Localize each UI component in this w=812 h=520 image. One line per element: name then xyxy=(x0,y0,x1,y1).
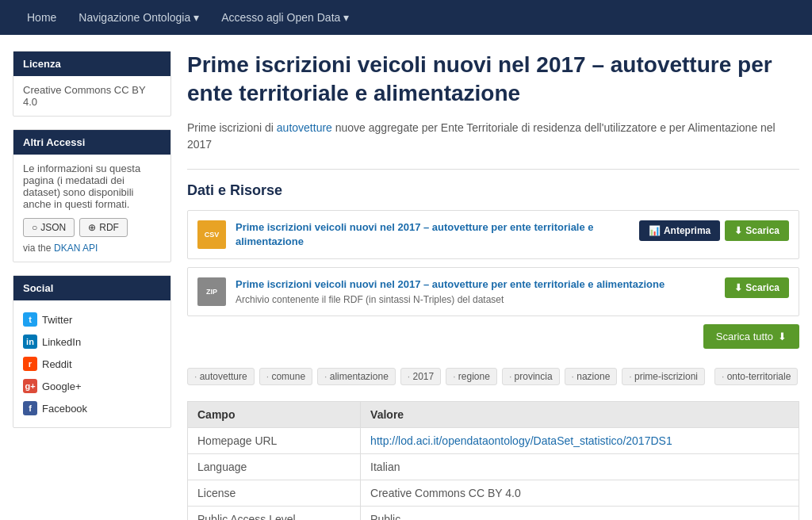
tag-comune[interactable]: comune xyxy=(259,368,312,385)
sidebar-social-body: t Twitter in LinkedIn r Reddit g+ Google… xyxy=(13,300,170,427)
download-csv-icon: ⬇ xyxy=(734,225,742,236)
tag-nazione[interactable]: nazione xyxy=(565,368,618,385)
sidebar-altri-accessi-desc: Le informazioni su questa pagina (i meda… xyxy=(23,162,161,210)
table-cell-homepage-valore: http://lod.aci.it/opendataontology/DataS… xyxy=(361,428,799,454)
table-cell-homepage-campo: Homepage URL xyxy=(188,428,361,454)
download-all-button[interactable]: Scarica tutto ⬇ xyxy=(703,324,799,349)
social-googleplus[interactable]: g+ Google+ xyxy=(23,375,161,397)
social-linkedin[interactable]: in LinkedIn xyxy=(23,331,161,353)
table-cell-license-campo: License xyxy=(188,480,361,507)
json-label: JSON xyxy=(40,222,66,233)
download-zip-button[interactable]: ⬇ Scarica xyxy=(725,277,789,298)
facebook-label: Facebook xyxy=(42,403,87,415)
table-header-campo: Campo xyxy=(188,402,361,428)
sidebar-licenza-value: Creative Commons CC BY 4.0 xyxy=(13,76,170,116)
tag-prime-iscrizioni[interactable]: prime-iscrizioni xyxy=(622,368,705,385)
main-content: Prime iscrizioni veicoli nuovi nel 2017 … xyxy=(187,51,799,520)
resource-zip-actions: ⬇ Scarica xyxy=(725,277,789,298)
download-zip-label: Scarica xyxy=(745,282,779,293)
rdf-label: RDF xyxy=(99,222,119,233)
table-cell-access-valore: Public xyxy=(361,507,799,520)
dkan-api-link[interactable]: DKAN API xyxy=(54,243,98,254)
section-divider xyxy=(187,169,799,170)
sidebar-licenza-header: Licenza xyxy=(13,52,170,76)
resource-csv-details: Prime iscrizioni veicoli nuovi nel 2017 … xyxy=(236,220,630,249)
download-csv-label: Scarica xyxy=(745,225,779,236)
sidebar-altri-accessi-header: Altri Accessi xyxy=(13,130,170,155)
facebook-icon: f xyxy=(23,401,37,415)
table-row-homepage: Homepage URL http://lod.aci.it/opendatao… xyxy=(188,428,799,454)
table-row-language: Language Italian xyxy=(188,454,799,480)
nav-ontologia-arrow: ▾ xyxy=(193,11,199,24)
metadata-table: Campo Valore Homepage URL http://lod.aci… xyxy=(187,401,799,520)
sidebar-altri-accessi-body: Le informazioni su questa pagina (i meda… xyxy=(13,155,170,262)
reddit-icon: r xyxy=(23,357,37,371)
resource-zip-name[interactable]: Prime iscrizioni veicoli nuovi nel 2017 … xyxy=(236,278,665,290)
download-zip-icon: ⬇ xyxy=(734,282,742,293)
csv-icon: CSV xyxy=(197,220,226,249)
main-nav: Home Navigazione Ontologia ▾ Accesso agl… xyxy=(0,0,812,35)
sidebar-social-header: Social xyxy=(13,276,170,300)
reddit-label: Reddit xyxy=(42,358,72,370)
twitter-icon: t xyxy=(23,312,37,327)
resource-csv-actions: 📊 Anteprima ⬇ Scarica xyxy=(639,220,789,241)
preview-label: Anteprima xyxy=(664,225,710,236)
resource-csv-name[interactable]: Prime iscrizioni veicoli nuovi nel 2017 … xyxy=(236,221,594,247)
sidebar-altri-accessi: Altri Accessi Le informazioni su questa … xyxy=(13,129,171,262)
social-twitter[interactable]: t Twitter xyxy=(23,308,161,331)
tags-wrapper: autovetture comune alimentazione 2017 re… xyxy=(187,368,799,385)
download-all-icon: ⬇ xyxy=(778,331,787,342)
rdf-icon: ⊕ xyxy=(88,222,96,233)
social-facebook[interactable]: f Facebook xyxy=(23,397,161,419)
download-all-wrapper: Scarica tutto ⬇ xyxy=(187,324,799,357)
table-cell-license-valore: Creative Commons CC BY 4.0 xyxy=(361,480,799,507)
linkedin-icon: in xyxy=(23,335,37,349)
googleplus-icon: g+ xyxy=(23,379,37,393)
twitter-label: Twitter xyxy=(42,314,72,326)
table-header-valore: Valore xyxy=(361,402,799,428)
resource-zip-desc: Archivio contenente il file RDF (in sint… xyxy=(236,294,715,305)
sidebar-social: Social t Twitter in LinkedIn r Reddit g+… xyxy=(13,275,171,428)
sidebar-licenza: Licenza Creative Commons CC BY 4.0 xyxy=(13,51,171,117)
nav-opendata[interactable]: Accesso agli Open Data ▾ xyxy=(210,0,360,35)
download-csv-button[interactable]: ⬇ Scarica xyxy=(725,220,789,241)
nav-ontologia-label: Navigazione Ontologia xyxy=(79,11,190,24)
format-buttons: ○ JSON ⊕ RDF xyxy=(23,218,161,237)
page-description: Prime iscrizioni di autovetture nuove ag… xyxy=(187,120,799,153)
homepage-url-link[interactable]: http://lod.aci.it/opendataontology/DataS… xyxy=(370,434,672,447)
resource-csv: CSV Prime iscrizioni veicoli nuovi nel 2… xyxy=(187,210,799,259)
section-dati-risorse: Dati e Risorse xyxy=(187,182,799,199)
desc-link[interactable]: autovetture xyxy=(277,121,332,134)
linkedin-label: LinkedIn xyxy=(42,336,81,348)
table-row-access-level: Public Access Level Public xyxy=(188,507,799,520)
desc-part1: Prime iscrizioni di xyxy=(187,121,277,134)
resource-zip-details: Prime iscrizioni veicoli nuovi nel 2017 … xyxy=(236,277,715,305)
tag-autovetture[interactable]: autovetture xyxy=(187,368,255,385)
tag-2017[interactable]: 2017 xyxy=(400,368,441,385)
json-icon: ○ xyxy=(32,222,37,233)
nav-opendata-label: Accesso agli Open Data xyxy=(221,11,340,24)
table-cell-access-campo: Public Access Level xyxy=(188,507,361,520)
sidebar: Licenza Creative Commons CC BY 4.0 Altri… xyxy=(13,51,171,520)
json-button[interactable]: ○ JSON xyxy=(23,218,75,237)
table-cell-language-campo: Language xyxy=(188,454,361,480)
tag-regione[interactable]: regione xyxy=(446,368,497,385)
via-the-text: via the xyxy=(23,243,51,254)
social-reddit[interactable]: r Reddit xyxy=(23,353,161,375)
table-cell-language-valore: Italian xyxy=(361,454,799,480)
rdf-button[interactable]: ⊕ RDF xyxy=(79,218,128,237)
nav-ontologia[interactable]: Navigazione Ontologia ▾ xyxy=(67,0,210,35)
tag-onto-territoriale[interactable]: onto-territoriale xyxy=(714,368,798,385)
zip-icon: ZIP xyxy=(197,277,226,306)
preview-button[interactable]: 📊 Anteprima xyxy=(639,220,720,241)
resource-zip: ZIP Prime iscrizioni veicoli nuovi nel 2… xyxy=(187,267,799,316)
nav-opendata-arrow: ▾ xyxy=(343,11,349,24)
nav-home[interactable]: Home xyxy=(16,0,67,35)
googleplus-label: Google+ xyxy=(42,380,82,392)
table-row-license: License Creative Commons CC BY 4.0 xyxy=(188,480,799,507)
preview-icon: 📊 xyxy=(649,225,661,236)
download-all-label: Scarica tutto xyxy=(716,331,773,342)
tag-alimentazione[interactable]: alimentazione xyxy=(317,368,396,385)
tag-provincia[interactable]: provincia xyxy=(502,368,560,385)
page-title: Prime iscrizioni veicoli nuovi nel 2017 … xyxy=(187,51,799,109)
